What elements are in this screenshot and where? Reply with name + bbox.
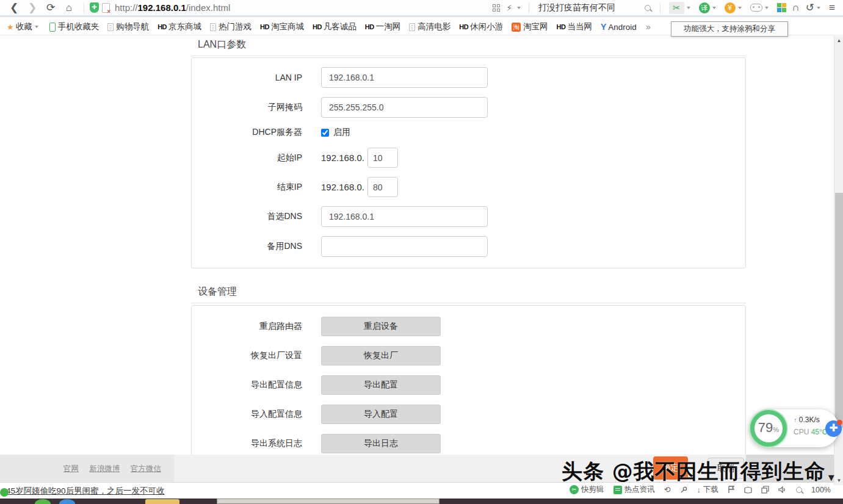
bookmark-item[interactable]: HD休闲小游 [459, 21, 503, 32]
start-ip-input[interactable] [367, 148, 398, 168]
download-tool[interactable]: ↓下载 [697, 484, 719, 495]
translate-icon[interactable]: 译 [699, 2, 710, 13]
ip-prefix: 192.168.0. [321, 153, 364, 163]
undo-icon[interactable]: ↺ [806, 1, 814, 14]
factory-reset-button[interactable]: 恢复出厂 [321, 346, 441, 365]
scroll-up-icon[interactable]: ▲ [834, 36, 843, 45]
bookmark-item[interactable]: 手机收藏夹 [49, 21, 99, 32]
news-ticker-link[interactable]: 45岁阿姨偷吃90后男闺蜜，之后一发不可收 [6, 486, 165, 497]
bookmark-item[interactable]: HD凡客诚品 [313, 21, 356, 32]
confirm-button[interactable]: 确定 [653, 456, 688, 480]
zoom-level[interactable]: 100% [811, 486, 831, 494]
wallet-icon[interactable]: ¥ [725, 2, 736, 13]
windows-icon[interactable] [761, 486, 769, 494]
browser-status-bar: 45岁阿姨偷吃90后男闺蜜，之后一发不可收 ✂快剪辑 热点资讯 ⟲ ↓下载 10… [0, 482, 843, 499]
address-bar[interactable]: http://192.168.0.1/index.html [115, 2, 489, 13]
bookmark-item[interactable]: HD当当网 [557, 21, 592, 32]
scrollbar-thumb[interactable] [835, 193, 843, 428]
chevron-down-icon[interactable] [738, 7, 742, 9]
menu-icon[interactable]: ≡ [829, 2, 835, 14]
sidebar-icon[interactable] [744, 486, 752, 494]
dhcp-enable-checkbox[interactable] [321, 129, 329, 137]
secondary-dns-input[interactable] [321, 236, 488, 257]
primary-dns-input[interactable] [321, 206, 488, 227]
chevron-down-icon[interactable] [765, 7, 769, 9]
factory-reset-label: 恢复出厂设置 [192, 350, 321, 361]
app-market-icon[interactable] [777, 3, 786, 12]
home-icon[interactable]: ⌂ [60, 0, 78, 15]
upload-arrow-icon: ↑ [794, 416, 797, 423]
widget-plus-button[interactable]: ✚ [825, 420, 842, 437]
site-safety-shield-icon[interactable]: ✚ [90, 2, 99, 13]
windows-taskbar[interactable] [0, 499, 843, 504]
memory-percent-ring[interactable]: 79% [750, 410, 787, 447]
forward-icon[interactable]: ❯ [23, 0, 42, 15]
system-monitor-widget[interactable]: 79% ↑ 0.3K/s CPU 45°C ✚ [750, 409, 839, 447]
games-icon[interactable] [750, 4, 762, 12]
speaker-icon[interactable] [778, 486, 787, 494]
search-icon[interactable] [645, 5, 651, 11]
cpu-temp: CPU 45°C [794, 428, 828, 436]
export-config-label: 导出配置信息 [192, 380, 321, 391]
taskbar-active-window[interactable] [217, 499, 440, 504]
import-config-button[interactable]: 导入配置 [321, 405, 441, 424]
bookmark-item[interactable]: YAndroid [601, 22, 637, 32]
search-box[interactable]: 打没打疫苗有何不同 [535, 2, 654, 13]
taskbar-app-icon[interactable] [35, 499, 51, 504]
cancel-button[interactable]: 取消 [707, 458, 744, 479]
wechat-link[interactable]: 官方微信 [131, 464, 161, 473]
weibo-link[interactable]: 新浪微博 [89, 464, 120, 473]
hd-badge-icon: HD [459, 23, 468, 31]
chevron-down-icon[interactable] [712, 7, 716, 9]
chevron-down-icon[interactable] [817, 7, 820, 9]
device-management-panel: 重启路由器 重启设备 恢复出厂设置 恢复出厂 导出配置信息 导出配置 导入配置信… [191, 305, 746, 465]
certificate-error-icon[interactable] [102, 3, 110, 13]
taskbar-folder-icon[interactable] [145, 499, 179, 504]
zoom-icon[interactable] [796, 487, 802, 493]
search-query[interactable]: 打没打疫苗有何不同 [538, 2, 645, 13]
flag-icon[interactable] [728, 486, 735, 494]
reboot-button[interactable]: 重启设备 [321, 317, 441, 336]
hot-news-tool[interactable]: 热点资讯 [613, 484, 655, 495]
screenshot-scissors-icon[interactable]: ✂ [669, 2, 684, 14]
quick-edit-tool[interactable]: ✂快剪辑 [570, 484, 604, 495]
divider [529, 3, 529, 13]
chevron-down-icon[interactable] [517, 7, 521, 9]
apps-grid-icon[interactable] [493, 4, 500, 12]
export-config-button[interactable]: 导出配置 [321, 375, 441, 395]
page-icon [107, 23, 114, 31]
favorites-menu[interactable]: ★收藏 [7, 21, 41, 32]
taskbar-app-icon[interactable] [59, 499, 75, 504]
history-icon[interactable]: ⟲ [664, 485, 671, 494]
primary-dns-label: 首选DNS [192, 211, 321, 222]
taobao-icon: 淘 [512, 23, 521, 32]
pin-icon[interactable] [680, 486, 688, 494]
subnet-mask-input[interactable] [321, 97, 488, 118]
bookmark-item[interactable]: HD京东商城 [157, 21, 201, 32]
dhcp-end-ip-row: 结束IP 192.168.0. [192, 177, 745, 197]
bookmark-item[interactable]: 高清电影 [409, 21, 450, 32]
android-funnel-icon: Y [601, 22, 606, 32]
export-log-button[interactable]: 导出日志 [321, 434, 441, 453]
export-config-row: 导出配置信息 导出配置 [192, 375, 745, 395]
headphones-icon[interactable]: ∩ [792, 2, 800, 14]
back-icon[interactable]: ❮ [5, 0, 23, 15]
bookmarks-overflow-chevron[interactable]: » [646, 22, 651, 32]
official-site-link[interactable]: 官网 [63, 464, 79, 473]
end-ip-input[interactable] [367, 177, 398, 197]
bookmark-item[interactable]: HD一淘网 [365, 21, 400, 32]
bookmark-item[interactable]: 热门游戏 [210, 21, 251, 32]
divider [660, 3, 660, 13]
bookmark-item[interactable]: HD淘宝商城 [260, 21, 304, 32]
bookmark-item[interactable]: 购物导航 [107, 21, 149, 32]
lan-ip-input[interactable] [321, 67, 488, 88]
export-log-row: 导出系统日志 导出日志 [192, 434, 745, 453]
start-ip-label: 起始IP [192, 153, 321, 164]
refresh-icon[interactable]: ⟳ [42, 0, 60, 15]
page-footer: 官网 新浪微博 官方微信 确定 取消 [0, 455, 834, 482]
accelerator-icon[interactable]: ⚡ [506, 3, 512, 13]
end-ip-label: 结束IP [192, 182, 321, 193]
bookmark-item[interactable]: 淘淘宝网 [512, 21, 548, 32]
scroll-down-icon[interactable]: ▼ [834, 476, 843, 485]
chevron-down-icon[interactable] [687, 7, 690, 9]
